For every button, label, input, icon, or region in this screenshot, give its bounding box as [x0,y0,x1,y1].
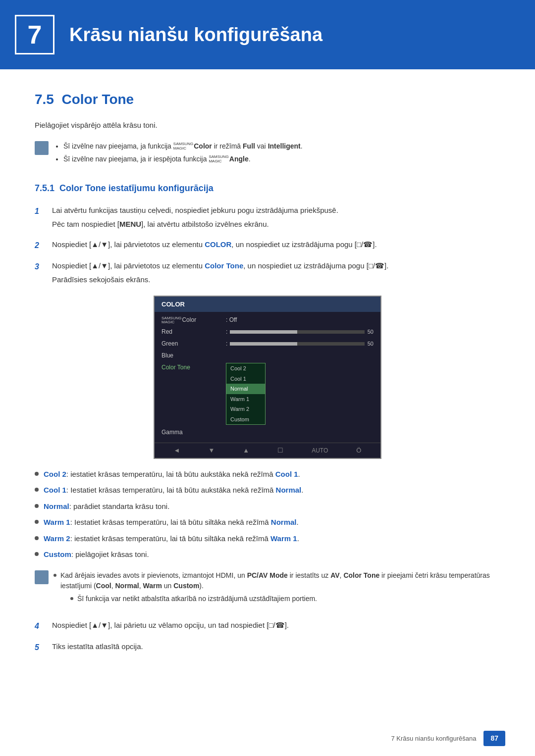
footer-icon-down: ▼ [208,446,214,455]
monitor-row-green: Green : 50 [155,338,380,350]
step-content-2: Nospiediet [▲/▼], lai pārvietotos uz ele… [52,239,500,251]
chapter-title: Krāsu nianšu konfigurēšana [69,21,322,49]
bullet-item-cool2: Cool 2: iestatiet krāsas temperatūru, la… [35,469,500,480]
note-list: Šī izvēlne nav pieejama, ja funkcija SAM… [54,141,500,164]
bullet-item-warm1: Warm 1: Iestatiet krāsas temperatūru, la… [35,517,500,528]
step-1: 1 Lai atvērtu funkcijas taustiņu ceļvedi… [35,205,500,230]
footer-icon-back: ◄ [174,446,180,455]
bullet-dot [35,472,39,476]
step-content-4: Nospiediet [▲/▼], lai pārietu uz vēlamo … [52,620,500,631]
monitor-header: COLOR [155,297,380,312]
step-3: 3 Nospiediet [▲/▼], lai pārvietotos uz e… [35,260,500,286]
bottom-note-box: Kad ārējais ievades avots ir pievienots,… [35,570,500,610]
monitor-value-red: 50 [368,328,374,336]
monitor-footer: ◄ ▼ ▲ ☐ AUTO Ö [155,443,380,458]
dropdown-item-normal: Normal [226,384,265,394]
bottom-note-content: Kad ārējais ievades avots ir pievienots,… [54,570,500,610]
bottom-note-icon [35,570,49,584]
chapter-number: 7 [15,15,54,54]
bullet-item-custom: Custom: pielāgojiet krāsas toni. [35,549,500,560]
note-item-1: Šī izvēlne nav pieejama, ja funkcija SAM… [63,141,500,151]
step-number-4: 4 [35,620,45,632]
step-number-5: 5 [35,641,45,654]
bullet-item-warm2: Warm 2: iestatiet krāsas temperatūru, la… [35,533,500,545]
step-number-3: 3 [35,260,45,273]
step-content-5: Tiks iestatīta atlasītā opcija. [52,641,500,653]
dropdown-item-warm2: Warm 2 [226,404,265,414]
step-1-sub: Pēc tam nospiediet [MENU], lai atvērtu a… [52,219,500,230]
monitor-row-blue: Blue [155,350,380,361]
monitor-bar-green [230,342,364,346]
monitor-bar-red [230,330,364,334]
monitor-row-magic: SAMSUNGMAGICColor : Off [155,314,380,326]
step-number-2: 2 [35,239,45,252]
dropdown-item-cool2: Cool 2 [226,363,265,374]
footer-chapter-ref: 7 Krāsu nianšu konfigurēšana [391,734,476,744]
bullet-item-cool1: Cool 1: Iestatiet krāsas temperatūru, la… [35,485,500,496]
bullet-dot-small-2 [70,597,73,600]
bullet-dot [35,536,39,540]
bullet-dot [35,520,39,524]
note-content: Šī izvēlne nav pieejama, ja funkcija SAM… [54,141,500,167]
bullet-text: Cool 2: iestatiet krāsas temperatūru, la… [44,469,300,480]
footer-icon-power: Ö [356,446,361,455]
monitor-row-colortone: Color Tone Cool 2 Cool 1 Normal Warm 1 W… [155,361,380,426]
monitor-row-gamma: Gamma [155,426,380,438]
footer-page-number: 87 [483,731,505,746]
monitor-label-green: Green [161,339,226,348]
step-4: 4 Nospiediet [▲/▼], lai pārietu uz vēlam… [35,620,500,632]
section-intro: Pielāgojiet vispārējo attēla krāsu toni. [35,120,500,131]
note-icon [35,141,49,155]
bullet-text: Warm 1: Iestatiet krāsas temperatūru, la… [44,517,299,528]
bullet-text: Warm 2: iestatiet krāsas temperatūru, la… [44,533,299,545]
footer-icon-enter: ☐ [277,446,283,455]
bullet-dot [35,488,39,492]
monitor-label-colortone: Color Tone [161,363,226,372]
monitor-label-red: Red [161,327,226,336]
page-container: 7 Krāsu nianšu konfigurēšana 7.5 Color T… [0,0,535,692]
monitor-rows: SAMSUNGMAGICColor : Off Red : 50 [155,312,380,440]
monitor-container: COLOR SAMSUNGMAGICColor : Off Red : [35,296,500,459]
page-footer: 7 Krāsu nianšu konfigurēšana 87 [391,731,505,746]
monitor-label-gamma: Gamma [161,428,226,437]
bullet-dot-small [54,574,56,577]
note-item-2: Šī izvēlne nav pieejama, ja ir iespējota… [63,154,500,164]
bottom-note-item-1: Kad ārējais ievades avots ir pievienots,… [54,570,500,606]
dropdown-item-custom: Custom [226,414,265,425]
note-box: Šī izvēlne nav pieejama, ja funkcija SAM… [35,141,500,167]
monitor-dropdown: Cool 2 Cool 1 Normal Warm 1 Warm 2 Custo… [226,363,266,425]
subsection-title: 7.5.1 Color Tone iestatījumu konfigurāci… [35,182,500,195]
bullet-dot [35,552,39,556]
step-3-sub: Parādīsies sekojošais ekrāns. [52,274,500,286]
footer-icon-auto: AUTO [312,446,328,455]
bottom-note-list: Kad ārējais ievades avots ir pievienots,… [54,570,500,606]
monitor-row-red: Red : 50 [155,326,380,338]
step-2: 2 Nospiediet [▲/▼], lai pārvietotos uz e… [35,239,500,252]
chapter-header: 7 Krāsu nianšu konfigurēšana [0,0,535,69]
section-title: 7.5 Color Tone [35,89,500,110]
sub-note-item-1: Šī funkcija var netikt atbalstīta atkarī… [70,594,500,604]
bullet-list: Cool 2: iestatiet krāsas temperatūru, la… [35,469,500,560]
step-number-1: 1 [35,205,45,217]
step-content-1: Lai atvērtu funkcijas taustiņu ceļvedi, … [52,205,500,230]
dropdown-item-warm1: Warm 1 [226,394,265,404]
monitor-value-green: 50 [368,340,374,348]
step-content-3: Nospiediet [▲/▼], lai pārvietotos uz ele… [52,260,500,286]
sub-note-list: Šī funkcija var netikt atbalstīta atkarī… [60,594,500,604]
monitor-label-blue: Blue [161,351,226,360]
bullet-item-normal: Normal: parādiet standarta krāsu toni. [35,501,500,512]
monitor-value-magic: : Off [226,315,237,324]
bullet-text: Normal: parādiet standarta krāsu toni. [44,501,169,512]
step-5: 5 Tiks iestatīta atlasītā opcija. [35,641,500,654]
bullet-text: Custom: pielāgojiet krāsas toni. [44,549,149,560]
monitor-screen: COLOR SAMSUNGMAGICColor : Off Red : [154,296,381,459]
bottom-note-text-1: Kad ārējais ievades avots ir pievienots,… [60,570,500,606]
bullet-text: Cool 1: Iestatiet krāsas temperatūru, la… [44,485,303,496]
monitor-label-magic: SAMSUNGMAGICColor [161,315,226,324]
dropdown-item-cool1: Cool 1 [226,374,265,384]
bullet-dot [35,504,39,508]
main-section: 7.5 Color Tone Pielāgojiet vispārējo att… [0,89,535,654]
footer-icon-up: ▲ [243,446,249,455]
